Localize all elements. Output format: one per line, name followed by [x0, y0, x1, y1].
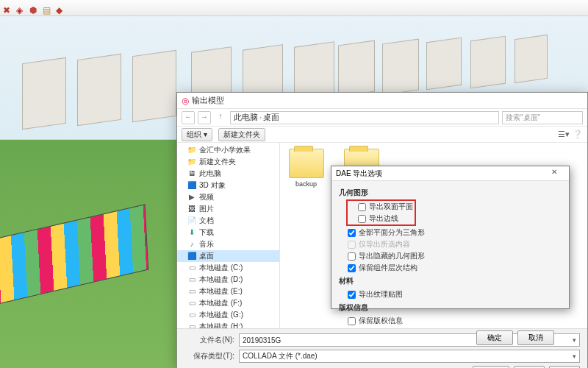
building — [470, 36, 506, 89]
filetype-label: 保存类型(T): — [184, 351, 234, 361]
building — [132, 50, 176, 122]
filetype-select[interactable]: COLLADA 文件 (*.dae) ▾ — [239, 350, 580, 363]
filename-label: 文件名(N): — [184, 335, 234, 345]
options-titlebar[interactable]: DAE 导出选项 ✕ — [331, 166, 569, 181]
tree-item-label: 本地磁盘 (G:) — [199, 310, 243, 320]
tree-item-icon — [187, 252, 196, 261]
colored-building — [0, 204, 148, 306]
tool-icon-1[interactable] — [3, 3, 13, 13]
tool-icon-5[interactable] — [56, 3, 66, 13]
filetype-value: COLLADA 文件 (*.dae) — [243, 351, 318, 361]
tree-item-label: 新建文件夹 — [199, 157, 236, 167]
tree-item-label: 此电脑 — [199, 169, 221, 179]
tree-item-icon — [187, 181, 196, 190]
dialog-titlebar[interactable]: 输出模型 — [177, 93, 587, 109]
organize-button[interactable]: 组织 ▾ — [182, 128, 212, 141]
tree-item-icon — [187, 193, 196, 202]
tree-item-icon — [187, 216, 196, 225]
chk-triangulate[interactable]: 全部平面分为三角形 — [339, 227, 562, 238]
tree-item-label: 本地磁盘 (E:) — [199, 286, 243, 297]
tree-item[interactable]: 本地磁盘 (F:) — [177, 297, 279, 309]
building — [382, 38, 419, 95]
new-folder-button[interactable]: 新建文件夹 — [218, 128, 265, 141]
tool-icon-3[interactable] — [29, 3, 40, 13]
options-cancel-button[interactable]: 取消 — [517, 330, 554, 345]
options-ok-button[interactable]: 确定 — [476, 330, 513, 345]
nav-forward-button[interactable]: → — [198, 111, 211, 124]
building — [77, 54, 121, 126]
chk-hidden[interactable]: 导出隐藏的几何图形 — [339, 250, 562, 262]
tree-item-icon — [187, 263, 196, 272]
tree-item[interactable]: 文档 — [177, 215, 279, 227]
tree-item[interactable]: 本地磁盘 (H:) — [177, 321, 279, 328]
tree-item[interactable]: 下载 — [177, 227, 279, 238]
tree-item[interactable]: 图片 — [177, 203, 279, 215]
building — [426, 38, 462, 91]
tree-item[interactable]: 3D 对象 — [177, 180, 279, 191]
building — [514, 35, 548, 83]
view-mode-icon[interactable]: ☰▾ — [558, 130, 570, 139]
tree-item[interactable]: 本地磁盘 (G:) — [177, 309, 279, 321]
breadcrumb[interactable]: 此电脑 › 桌面 — [230, 111, 499, 124]
nav-back-button[interactable]: ← — [182, 111, 195, 124]
tree-item-icon — [187, 322, 196, 328]
folder-icon — [289, 149, 324, 178]
close-icon[interactable]: ✕ — [544, 168, 564, 180]
building — [338, 40, 375, 96]
tree-item-icon — [187, 158, 196, 166]
help-icon[interactable]: ❔ — [573, 130, 583, 139]
tree-item[interactable]: 本地磁盘 (D:) — [177, 274, 279, 286]
crumb-item[interactable]: 此电脑 — [234, 112, 258, 123]
chk-two-sided[interactable]: 导出双面平面 — [349, 201, 413, 213]
chk-credits[interactable]: 保留版权信息 — [339, 315, 562, 327]
chk-selected-only: 仅导出所选内容 — [339, 238, 562, 250]
tree-item-label: 本地磁盘 (C:) — [199, 263, 243, 273]
dialog-nav: ← → ↑ 此电脑 › 桌面 搜索"桌面" — [177, 109, 587, 127]
chk-edges[interactable]: 导出边线 — [349, 213, 413, 224]
filename-value: 20190315G — [243, 336, 281, 344]
group-geometry: 几何图形 — [339, 188, 562, 198]
tree-item-icon — [187, 240, 196, 249]
search-input[interactable]: 搜索"桌面" — [502, 111, 583, 124]
tool-icon-4[interactable] — [43, 3, 53, 13]
tree-item[interactable]: 本地磁盘 (C:) — [177, 262, 279, 274]
tree-item-label: 图片 — [199, 204, 214, 214]
building — [22, 57, 66, 130]
chevron-down-icon[interactable]: ▾ — [573, 353, 576, 360]
tree-item-label: 本地磁盘 (D:) — [199, 275, 243, 285]
highlight-box: 导出双面平面 导出边线 — [346, 199, 416, 226]
tree-item-icon — [187, 146, 196, 155]
file-item[interactable]: backup — [286, 149, 326, 188]
chk-hierarchy[interactable]: 保留组件层次结构 — [339, 262, 562, 274]
tree-item-icon — [187, 275, 196, 284]
tree-item-icon — [187, 169, 196, 178]
tree-item[interactable]: 视频 — [177, 191, 279, 203]
tree-item[interactable]: 桌面 — [177, 250, 279, 262]
dae-options-dialog: DAE 导出选项 ✕ 几何图形 导出双面平面 导出边线 全部平面分为三角形 仅导… — [331, 166, 570, 309]
tree-item-label: 桌面 — [199, 251, 214, 261]
tree-item-icon — [187, 205, 196, 213]
crumb-item[interactable]: 桌面 — [263, 112, 279, 123]
dialog-title: 输出模型 — [192, 95, 224, 106]
tree-item-label: 本地磁盘 (H:) — [199, 322, 243, 328]
tree-item[interactable]: 本地磁盘 (E:) — [177, 286, 279, 297]
tree-item-icon — [187, 228, 196, 237]
tree-item-icon — [187, 287, 196, 296]
tree-item[interactable]: 新建文件夹 — [177, 156, 279, 168]
tree-item-label: 3D 对象 — [199, 180, 226, 191]
file-name: backup — [286, 180, 326, 188]
nav-up-button[interactable]: ↑ — [214, 111, 227, 124]
tree-item-label: 视频 — [199, 192, 214, 202]
tree-item[interactable]: 此电脑 — [177, 168, 279, 180]
tree-item-icon — [187, 299, 196, 308]
chk-textures[interactable]: 导出纹理贴图 — [339, 289, 562, 300]
tree-item-label: 音乐 — [199, 239, 214, 250]
tree-item[interactable]: 音乐 — [177, 238, 279, 250]
chevron-down-icon[interactable]: ▾ — [573, 336, 576, 344]
options-title: DAE 导出选项 — [336, 169, 382, 179]
tree-item[interactable]: 金汇中小学效果 — [177, 144, 279, 156]
dialog-toolbar: 组织 ▾ 新建文件夹 ☰▾ ❔ — [177, 127, 587, 143]
search-placeholder: 搜索"桌面" — [506, 113, 540, 123]
folder-tree[interactable]: 金汇中小学效果新建文件夹此电脑3D 对象视频图片文档下载音乐桌面本地磁盘 (C:… — [177, 143, 280, 328]
tool-icon-2[interactable] — [16, 3, 26, 13]
